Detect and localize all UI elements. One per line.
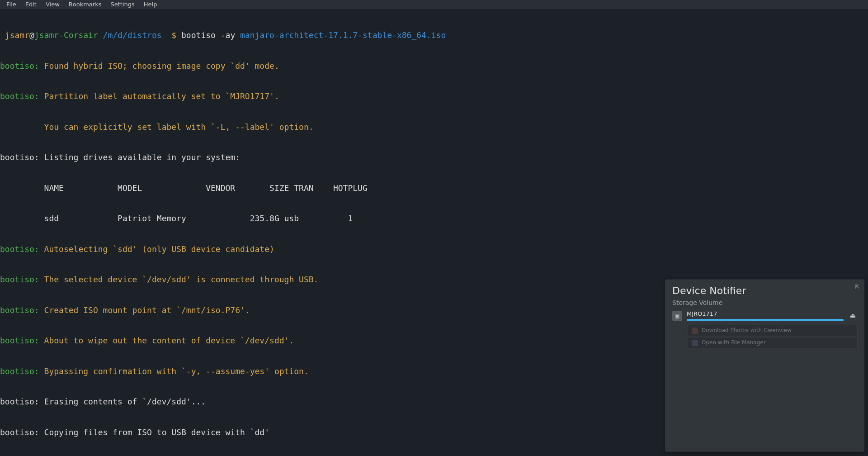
menu-bookmarks[interactable]: Bookmarks (64, 0, 106, 9)
output-prefix: bootiso: (0, 428, 39, 437)
menu-file[interactable]: File (2, 0, 21, 9)
menu-settings[interactable]: Settings (106, 0, 139, 9)
device-row[interactable]: ▣ MJRO1717 ⏏ (672, 309, 858, 321)
device-notifier-popup: ⇱ Device Notifier Storage Volume ▣ MJRO1… (665, 280, 864, 451)
output-text: NAME MODEL VENDOR SIZE TRAN HOTPLUG (44, 183, 368, 193)
output-line: bootiso: Autoselecting `sdd' (only USB d… (0, 244, 868, 255)
drive-table-header: NAME MODEL VENDOR SIZE TRAN HOTPLUG (0, 183, 868, 194)
output-line: bootiso: Partition label automatically s… (0, 91, 868, 102)
output-prefix: bootiso: (0, 152, 39, 162)
photo-icon (692, 328, 698, 334)
menubar: File Edit View Bookmarks Settings Help (0, 0, 868, 9)
prompt-at: @ (29, 30, 34, 40)
output-prefix: bootiso: (0, 305, 39, 315)
output-prefix: bootiso: (0, 397, 39, 406)
cmd-arg: manjaro-architect-17.1.7-stable-x86_64.i… (240, 30, 446, 40)
output-line: bootiso: Found hybrid ISO; choosing imag… (0, 61, 868, 71)
output-text: Erasing contents of `/dev/sdd'... (44, 397, 206, 406)
pin-icon[interactable]: ⇱ (855, 284, 859, 290)
device-usage-bar (687, 319, 844, 321)
prompt-line-1: jsamr@jsamr-Corsair /m/d/distros $ booti… (0, 30, 868, 41)
cmd-bin: bootiso (181, 30, 216, 40)
prompt-user: jsamr (5, 30, 29, 40)
device-actions: Download Photos with Gwenview Open with … (688, 325, 858, 348)
output-prefix: bootiso: (0, 244, 39, 254)
menu-help[interactable]: Help (139, 0, 162, 9)
output-prefix: bootiso: (0, 91, 39, 101)
prompt-dollar: $ (171, 30, 176, 40)
output-text: Bypassing confirmation with `-y, --assum… (44, 366, 309, 376)
folder-icon (692, 340, 698, 346)
output-line: You can explicitly set label with `-L, -… (0, 122, 868, 133)
output-text: The selected device `/dev/sdd' is connec… (44, 275, 319, 284)
device-name: MJRO1717 (687, 310, 844, 318)
prompt-path: /m/d/distros (103, 30, 162, 40)
output-prefix: bootiso: (0, 61, 39, 71)
popup-title: Device Notifier (672, 285, 858, 297)
action-label: Open with File Manager (702, 339, 766, 346)
device-usage-fill (687, 319, 844, 321)
output-text: Autoselecting `sdd' (only USB device can… (44, 244, 274, 254)
device-info: MJRO1717 (687, 310, 844, 321)
output-text: Found hybrid ISO; choosing image copy `d… (44, 61, 279, 71)
output-prefix: bootiso: (0, 366, 39, 376)
menu-edit[interactable]: Edit (21, 0, 41, 9)
output-text: Partition label automatically set to `MJ… (44, 91, 279, 101)
output-prefix: bootiso: (0, 275, 39, 284)
cmd-flags: -ay (221, 30, 236, 40)
prompt-host: jsamr-Corsair (34, 30, 98, 40)
output-line: bootiso: Listing drives available in you… (0, 152, 868, 163)
eject-icon[interactable]: ⏏ (848, 312, 858, 320)
action-gwenview[interactable]: Download Photos with Gwenview (688, 325, 858, 336)
action-label: Download Photos with Gwenview (702, 327, 792, 334)
output-text: You can explicitly set label with `-L, -… (44, 122, 314, 132)
menu-view[interactable]: View (41, 0, 64, 9)
action-filemanager[interactable]: Open with File Manager (688, 337, 858, 348)
drive-table-row: sdd Patriot Memory 235.8G usb 1 (0, 214, 868, 224)
drive-icon: ▣ (672, 311, 682, 321)
output-text: sdd Patriot Memory 235.8G usb 1 (44, 214, 353, 223)
output-prefix: bootiso: (0, 336, 39, 345)
output-text: Created ISO mount point at `/mnt/iso.P76… (44, 305, 250, 315)
popup-subhead: Storage Volume (672, 299, 858, 307)
output-text: About to wipe out the content of device … (44, 336, 294, 345)
output-text: Copying files from ISO to USB device wit… (44, 428, 270, 437)
output-text: Listing drives available in your system: (44, 152, 240, 162)
